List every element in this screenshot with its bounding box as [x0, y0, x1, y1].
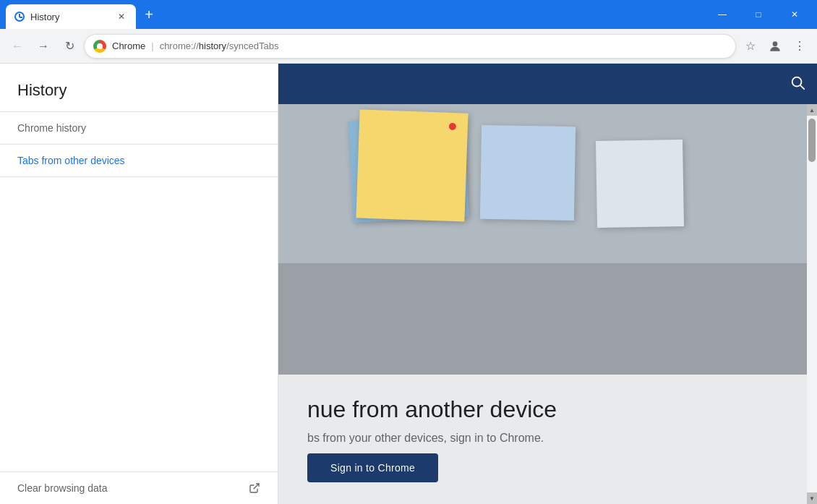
content-panel: nue from another device bs from your oth… [278, 64, 817, 504]
content-body: nue from another device bs from your oth… [278, 104, 817, 504]
scrollbar-up-button[interactable]: ▲ [807, 104, 817, 116]
tab-label: History [30, 12, 110, 22]
navigation-bar: ← → ↻ Chrome | chrome://history/syncedTa… [0, 29, 817, 64]
sign-in-button[interactable]: Sign in to Chrome [307, 453, 438, 482]
tab-close-button[interactable]: ✕ [116, 11, 127, 22]
url-protocol: chrome:// [160, 40, 199, 51]
continue-subtext-content: bs from your other devices, sign in to C… [307, 432, 544, 444]
external-link-icon [249, 482, 260, 494]
scrollbar-thumb[interactable] [808, 119, 816, 162]
url-path: /syncedTabs [226, 40, 278, 51]
minimize-button[interactable]: — [706, 3, 739, 26]
sidebar: History Chrome history Tabs from other d… [0, 64, 278, 504]
chrome-history-label: Chrome history [17, 122, 86, 134]
window-controls: — □ ✕ [706, 3, 811, 26]
clear-browsing-data-label: Clear browsing data [17, 482, 108, 494]
more-options-button[interactable]: ⋮ [788, 35, 811, 58]
new-tab-button[interactable]: + [139, 4, 159, 25]
close-button[interactable]: ✕ [778, 3, 811, 26]
active-tab[interactable]: History ✕ [6, 4, 136, 29]
sticky-note-blue-light [480, 125, 576, 221]
history-tab-icon [14, 12, 25, 22]
scrollbar-down-button[interactable]: ▼ [807, 492, 817, 504]
tab-strip: History ✕ + [6, 2, 706, 27]
text-section: nue from another device bs from your oth… [278, 375, 817, 504]
forward-button[interactable]: → [32, 35, 55, 58]
sidebar-nav: Chrome history Tabs from other devices [0, 112, 278, 471]
clear-browsing-data-button[interactable]: Clear browsing data [0, 471, 278, 504]
svg-line-3 [800, 85, 804, 89]
reload-button[interactable]: ↻ [58, 35, 81, 58]
bookmark-button[interactable]: ☆ [739, 35, 762, 58]
continue-heading-text: nue from another device [307, 396, 557, 422]
maximize-button[interactable]: □ [742, 3, 775, 26]
profile-button[interactable] [763, 35, 787, 58]
search-icon[interactable] [790, 74, 805, 94]
site-name: Chrome [112, 40, 145, 51]
sticky-note-yellow [356, 109, 468, 221]
continue-heading: nue from another device [307, 396, 557, 423]
sticky-notes-illustration [278, 104, 817, 263]
sidebar-item-tabs-other-devices[interactable]: Tabs from other devices [0, 145, 278, 176]
sidebar-title: History [0, 64, 278, 112]
url-page: history [199, 40, 226, 51]
content-header [278, 64, 817, 104]
sticky-note-white [596, 140, 684, 228]
back-button[interactable]: ← [6, 35, 29, 58]
omnibox-url: chrome://history/syncedTabs [160, 40, 727, 51]
nav-actions: ☆ ⋮ [739, 35, 811, 58]
address-bar[interactable]: Chrome | chrome://history/syncedTabs [84, 34, 736, 59]
omnibox-separator: | [151, 40, 153, 51]
title-bar: History ✕ + — □ ✕ [0, 0, 817, 29]
tabs-other-devices-label: Tabs from other devices [17, 155, 125, 166]
continue-subtext: bs from your other devices, sign in to C… [307, 432, 544, 445]
sticky-dot [449, 123, 456, 130]
chrome-logo-icon [93, 40, 106, 53]
svg-point-0 [773, 41, 778, 46]
scrollbar-track: ▲ ▼ [807, 104, 817, 504]
main-content: History Chrome history Tabs from other d… [0, 64, 817, 504]
svg-line-1 [254, 484, 259, 489]
sidebar-item-chrome-history[interactable]: Chrome history [0, 112, 278, 144]
sidebar-divider-2 [0, 176, 278, 177]
